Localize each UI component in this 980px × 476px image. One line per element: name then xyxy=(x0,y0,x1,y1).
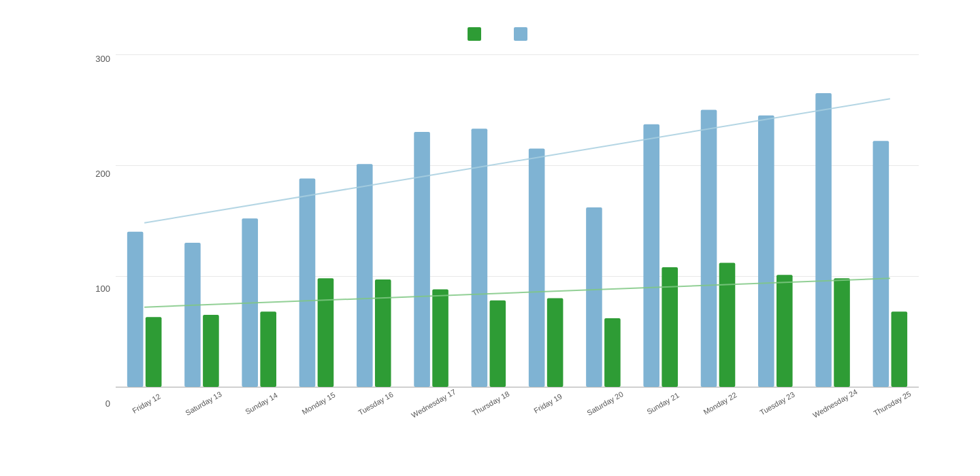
chart-legend xyxy=(82,27,919,41)
svg-rect-15 xyxy=(547,299,564,387)
y-label-100: 100 xyxy=(82,284,116,293)
svg-rect-13 xyxy=(490,301,506,387)
svg-rect-25 xyxy=(834,278,850,387)
x-label: Tuesday 23 xyxy=(759,390,796,417)
svg-rect-21 xyxy=(719,262,736,387)
legend-checkout-box xyxy=(514,27,527,41)
legend-checkout xyxy=(514,27,533,41)
x-label: Saturday 20 xyxy=(586,390,625,417)
chart-svg xyxy=(116,54,919,387)
x-label: Monday 15 xyxy=(300,390,336,416)
x-label: Wednesday 24 xyxy=(811,388,858,420)
svg-rect-8 xyxy=(357,164,373,387)
legend-purchases xyxy=(468,27,487,41)
x-label: Thursday 18 xyxy=(470,390,510,418)
x-label: Sunday 21 xyxy=(645,391,681,416)
x-label: Sunday 14 xyxy=(244,391,279,416)
svg-rect-0 xyxy=(127,232,144,387)
svg-rect-11 xyxy=(432,290,448,387)
svg-rect-20 xyxy=(701,110,717,388)
y-axis: 0 100 200 300 xyxy=(82,54,116,408)
y-label-300: 300 xyxy=(82,54,116,63)
x-label: Tuesday 16 xyxy=(357,390,395,417)
y-label-0: 0 xyxy=(82,399,116,408)
svg-rect-3 xyxy=(203,315,219,387)
svg-rect-16 xyxy=(586,207,602,387)
svg-rect-27 xyxy=(892,311,908,387)
svg-rect-2 xyxy=(184,243,201,387)
svg-rect-24 xyxy=(815,93,832,387)
svg-rect-26 xyxy=(873,141,889,387)
chart-area: 0 100 200 300 Friday 12Saturday 13Sunday… xyxy=(82,54,919,408)
x-label: Saturday 13 xyxy=(184,390,223,417)
svg-rect-10 xyxy=(414,132,430,387)
x-label: Wednesday 17 xyxy=(410,388,457,420)
svg-rect-19 xyxy=(662,267,678,387)
x-label: Friday 12 xyxy=(131,392,162,415)
x-label: Friday 19 xyxy=(532,392,564,415)
y-label-200: 200 xyxy=(82,169,116,178)
svg-rect-6 xyxy=(299,179,316,387)
x-label: Monday 22 xyxy=(702,390,738,416)
plot-area xyxy=(116,54,919,388)
x-label: Thursday 25 xyxy=(872,390,912,418)
svg-rect-23 xyxy=(777,275,793,387)
svg-rect-9 xyxy=(375,279,391,387)
svg-rect-14 xyxy=(529,149,545,387)
svg-rect-5 xyxy=(260,311,276,387)
svg-rect-18 xyxy=(643,124,659,387)
x-axis-labels: Friday 12Saturday 13Sunday 14Monday 15Tu… xyxy=(116,388,919,408)
svg-rect-7 xyxy=(318,278,334,387)
chart-container: 0 100 200 300 Friday 12Saturday 13Sunday… xyxy=(34,14,946,462)
svg-line-28 xyxy=(144,99,890,223)
legend-purchases-box xyxy=(468,27,481,41)
svg-rect-17 xyxy=(604,318,621,387)
svg-rect-1 xyxy=(146,317,162,387)
svg-rect-22 xyxy=(758,116,774,387)
